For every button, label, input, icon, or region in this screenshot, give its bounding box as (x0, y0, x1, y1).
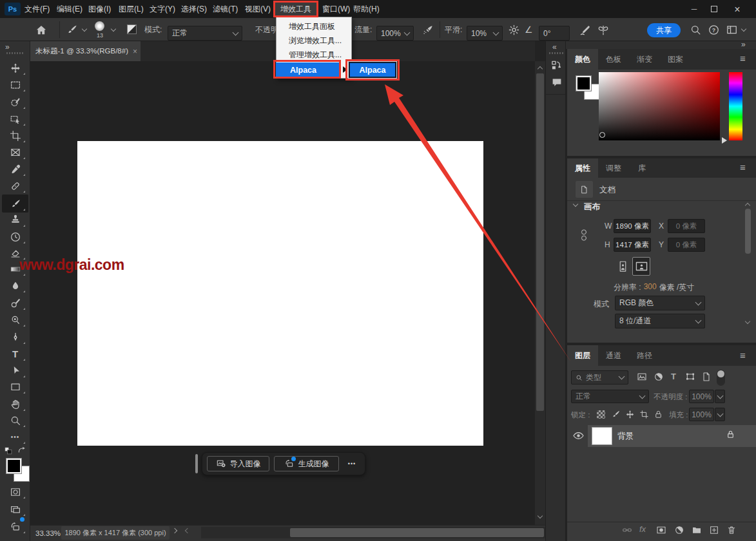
new-adjustment-layer-icon[interactable] (674, 525, 684, 535)
history-brush-tool[interactable] (3, 229, 27, 245)
quick-mask-button[interactable] (3, 484, 27, 500)
history-panel-icon[interactable] (550, 59, 563, 72)
opacity-dropdown[interactable] (715, 390, 725, 403)
new-group-folder-icon[interactable] (692, 525, 702, 535)
toggle-brush-panel-icon[interactable] (127, 24, 137, 34)
filter-shape-icon[interactable] (685, 372, 695, 382)
tab-patterns[interactable]: 图案 (661, 49, 690, 70)
portrait-orientation-button[interactable] (616, 258, 629, 275)
healing-brush-tool[interactable] (3, 178, 27, 194)
lock-transparency-icon[interactable] (597, 410, 605, 419)
gear-icon[interactable] (508, 24, 520, 36)
crop-tool[interactable] (3, 128, 27, 144)
comments-panel-icon[interactable] (551, 77, 563, 88)
dock-expand-icon[interactable]: » (741, 40, 746, 49)
color-mode-select[interactable]: RGB 颜色 (615, 296, 705, 310)
move-tool[interactable] (3, 60, 27, 76)
blur-tool[interactable] (3, 278, 27, 294)
menu-item-plugins-panel[interactable]: 增效工具面板 (289, 19, 347, 33)
panel-menu-icon[interactable]: ≡ (740, 53, 746, 64)
menu-select[interactable]: 选择(S) (181, 0, 207, 18)
share-image-button[interactable] (3, 518, 27, 535)
landscape-orientation-button[interactable] (632, 257, 650, 276)
menu-item-browse-plugins[interactable]: 浏览增效工具... (289, 33, 347, 48)
tab-swatches[interactable]: 色板 (599, 49, 628, 70)
opacity-value[interactable]: 100% (689, 390, 714, 403)
panel-scroll-thumb[interactable] (745, 209, 751, 254)
menu-edit[interactable]: 编辑(E) (57, 0, 82, 18)
hscroll-thumb[interactable] (290, 528, 544, 537)
layer-style-fx-icon[interactable]: fx (639, 524, 646, 534)
menu-type[interactable]: 文字(Y) (150, 0, 175, 18)
rectangle-tool[interactable] (3, 379, 27, 395)
width-field[interactable]: 1890 像素 (614, 219, 651, 233)
smoothing-select[interactable]: 10% (467, 26, 503, 41)
color-field[interactable] (599, 72, 720, 140)
eyedropper-tool[interactable] (3, 161, 27, 177)
menu-view[interactable]: 视图(V) (245, 0, 271, 18)
tab-color[interactable]: 颜色 (567, 49, 598, 70)
layer-name[interactable]: 背景 (617, 431, 634, 442)
share-button[interactable]: 共享 (647, 23, 681, 37)
tab-paths[interactable]: 路径 (630, 345, 659, 366)
lasso-tool[interactable] (3, 94, 27, 110)
foreground-color-swatch[interactable] (576, 75, 592, 91)
object-selection-tool[interactable] (3, 111, 27, 127)
brush-tool[interactable] (3, 196, 27, 212)
y-field[interactable]: 0 像素 (668, 238, 705, 252)
hand-tool[interactable] (3, 396, 27, 412)
pen-pressure-icon[interactable] (579, 24, 592, 37)
menu-filter[interactable]: 滤镜(T) (213, 0, 238, 18)
height-field[interactable]: 1417 像素 (614, 238, 651, 252)
dock-collapse-icon[interactable]: « (552, 43, 557, 52)
panel-menu-icon[interactable]: ≡ (740, 350, 746, 361)
color-field-cursor[interactable] (599, 132, 605, 138)
foreground-color-swatch[interactable] (6, 458, 22, 474)
hue-slider-handle[interactable] (722, 137, 727, 144)
layer-visibility-eye-icon[interactable] (572, 430, 585, 442)
bit-depth-select[interactable]: 8 位/通道 (615, 314, 705, 328)
toolbar-expand-icon[interactable]: » (5, 43, 10, 52)
lock-paint-icon[interactable] (611, 410, 621, 419)
new-layer-icon[interactable] (709, 525, 719, 535)
maximize-button[interactable] (711, 6, 717, 12)
layer-filter-select[interactable]: 类型 (571, 370, 628, 384)
marquee-tool[interactable] (3, 77, 27, 93)
menu-window[interactable]: 窗口(W) (322, 0, 350, 18)
zoom-level[interactable]: 33.33% (35, 525, 61, 541)
hue-slider[interactable] (729, 72, 742, 140)
home-icon[interactable] (35, 24, 48, 37)
taskbar-drag-handle[interactable] (195, 454, 198, 473)
link-dimensions-icon[interactable] (579, 226, 588, 244)
pen-tool[interactable] (3, 329, 27, 345)
layer-thumbnail[interactable] (592, 427, 612, 445)
menu-layer[interactable]: 图层(L) (119, 0, 144, 18)
filter-adjustment-icon[interactable] (654, 372, 664, 382)
import-image-button[interactable]: 导入图像 (207, 456, 269, 471)
generate-image-button[interactable]: 生成图像 (274, 456, 339, 471)
angle-input[interactable]: 0° (539, 26, 570, 41)
delete-layer-trash-icon[interactable] (726, 525, 737, 535)
search-icon[interactable] (690, 24, 702, 36)
frame-tool[interactable] (3, 144, 27, 160)
swap-colors-icon[interactable] (17, 446, 27, 456)
menu-file[interactable]: 文件(F) (24, 0, 50, 18)
lock-position-icon[interactable] (625, 410, 635, 419)
minimize-button[interactable]: ─ (688, 0, 700, 18)
toolbar-grip-handle[interactable] (6, 52, 23, 54)
menu-image[interactable]: 图像(I) (88, 0, 111, 18)
tab-libraries[interactable]: 库 (630, 158, 654, 178)
screen-mode-button[interactable] (3, 501, 27, 517)
default-colors-icon[interactable] (4, 446, 14, 456)
help-icon[interactable]: ? (708, 24, 720, 36)
fill-dropdown[interactable] (715, 408, 725, 421)
dock-grip-handle[interactable] (549, 52, 563, 54)
taskbar-more-button[interactable]: ••• (344, 456, 360, 471)
path-selection-tool[interactable] (3, 363, 27, 379)
clone-stamp-tool[interactable] (3, 212, 27, 228)
add-layer-mask-icon[interactable] (656, 525, 666, 535)
x-field[interactable]: 0 像素 (668, 219, 705, 233)
workspace-icon[interactable] (726, 24, 738, 36)
type-tool[interactable]: T (3, 346, 27, 362)
tab-close-icon[interactable]: × (133, 47, 137, 56)
